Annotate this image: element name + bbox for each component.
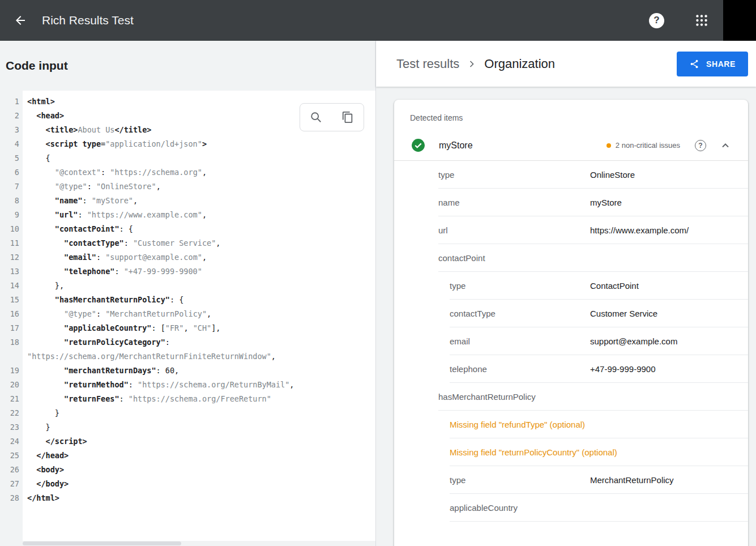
missing-field-warning: Missing field "refundType" (optional) [450,411,748,438]
profile-area[interactable] [723,0,756,41]
code-line-text: "telephone": "+47-99-999-9900" [23,265,202,279]
issues-count-text: 2 non-critical issues [616,141,680,150]
row-value: Customer Service [590,309,748,318]
collapse-button[interactable] [719,139,732,152]
code-line-text: </script> [23,434,87,449]
line-number: 15 [0,293,23,307]
code-lines: 1<html>2 <head>3 <title>About Us</title>… [0,95,375,505]
code-line-text: "@context": "https://schema.org", [23,165,207,180]
row-label: type [450,281,590,291]
chevron-up-icon [719,139,732,152]
code-line-text: <body> [23,463,64,477]
result-group-row: contactPoint [438,244,748,272]
result-row: urlhttps://www.example.com/ [438,216,748,244]
code-line: 21 "returnFees": "https://schema.org/Fre… [0,392,375,406]
entity-row-mystore[interactable]: myStore 2 non-critical issues ? [394,130,748,161]
back-button[interactable] [9,9,32,32]
code-line-text: } [23,420,50,434]
horizontal-scrollbar[interactable] [23,541,375,546]
chevron-right-icon [466,58,477,70]
row-value: +47-99-999-9900 [590,364,748,374]
copy-icon [341,111,354,123]
row-label: hasMerchantReturnPolicy [438,392,536,402]
apps-grid-button[interactable] [690,9,713,32]
code-line: 20 "returnMethod": "https://schema.org/R… [0,378,375,392]
row-value: MerchantReturnPolicy [590,475,748,485]
line-number: 21 [0,392,23,406]
line-number: 6 [0,165,23,180]
share-button-label: SHARE [706,59,736,69]
breadcrumb-organization: Organization [484,57,555,71]
code-line-text: </html> [23,491,59,505]
detected-rows: typeOnlineStorenamemyStoreurlhttps://www… [394,161,748,522]
code-line-text: "email": "support@example.com", [23,250,207,265]
breadcrumb-test-results[interactable]: Test results [396,57,459,71]
line-number: 20 [0,378,23,392]
row-value: support@example.com [590,336,748,346]
row-value: https://www.example.com/ [590,225,748,235]
result-group-row: applicableCountry [450,494,748,522]
line-number: 22 [0,406,23,420]
code-line-text: }, [23,279,64,293]
code-editor[interactable]: 1<html>2 <head>3 <title>About Us</title>… [0,91,375,546]
code-line: 23 } [0,420,375,434]
scrollbar-thumb[interactable] [23,541,181,545]
code-input-header: Code input [0,41,375,91]
row-label: email [450,336,590,346]
row-label: contactType [450,309,590,318]
result-row: namemyStore [438,189,748,216]
code-line: 8 "name": "myStore", [0,194,375,208]
search-icon [310,111,322,123]
help-outline-icon[interactable]: ? [695,140,706,151]
code-line: 22 } [0,406,375,420]
help-icon[interactable]: ? [649,13,664,28]
row-label: name [438,198,590,207]
copy-code-button[interactable] [332,104,364,131]
code-line: 26 <body> [0,463,375,477]
result-row: contactTypeCustomer Service [450,300,748,327]
line-number: 18 [0,335,23,349]
code-line-text: "hasMerchantReturnPolicy": { [23,293,183,307]
share-button[interactable]: SHARE [677,52,748,76]
app-title: Rich Results Test [42,14,134,27]
line-number: 25 [0,449,23,463]
search-code-button[interactable] [300,104,332,131]
line-number: 17 [0,321,23,335]
line-number: 26 [0,463,23,477]
code-line: 6 "@context": "https://schema.org", [0,165,375,180]
result-row: emailsupport@example.com [450,327,748,355]
line-number: 19 [0,364,23,378]
row-value: OnlineStore [590,170,748,180]
code-line-text: <script type="application/ld+json"> [23,137,207,151]
code-line-text: "@type": "OnlineStore", [23,180,161,194]
code-line-text: <title>About Us</title> [23,123,151,137]
line-number [0,349,23,364]
missing-field-warning: Missing field "returnPolicyCountry" (opt… [450,438,748,466]
code-line: 14 }, [0,279,375,293]
code-line: 27 </body> [0,477,375,491]
code-input-title: Code input [6,59,68,72]
row-label: contactPoint [438,253,485,263]
code-line: 25 </head> [0,449,375,463]
test-results-panel: Test results Organization SHARE Detected… [376,41,756,546]
code-line-text: "applicableCountry": ["FR", "CH"], [23,321,220,335]
code-line: "https://schema.org/MerchantReturnFinite… [0,349,375,364]
row-label: type [438,170,590,180]
code-toolbar [300,103,364,131]
line-number: 13 [0,265,23,279]
code-line-text: </head> [23,449,69,463]
line-number: 3 [0,123,23,137]
line-number: 2 [0,109,23,123]
code-line: 9 "url": "https://www.example.com", [0,208,375,222]
line-number: 27 [0,477,23,491]
code-line: 24 </script> [0,434,375,449]
row-label: url [438,225,590,235]
issues-summary: 2 non-critical issues [606,141,680,150]
code-line: 5 { [0,151,375,165]
results-body: Detected items myStore 2 non-critical is… [376,87,756,546]
line-number: 11 [0,236,23,250]
row-value: ContactPoint [590,281,748,291]
code-line-text: { [23,151,50,165]
code-line-text: "returnPolicyCategory": [23,335,170,349]
code-line: 19 "merchantReturnDays": 60, [0,364,375,378]
